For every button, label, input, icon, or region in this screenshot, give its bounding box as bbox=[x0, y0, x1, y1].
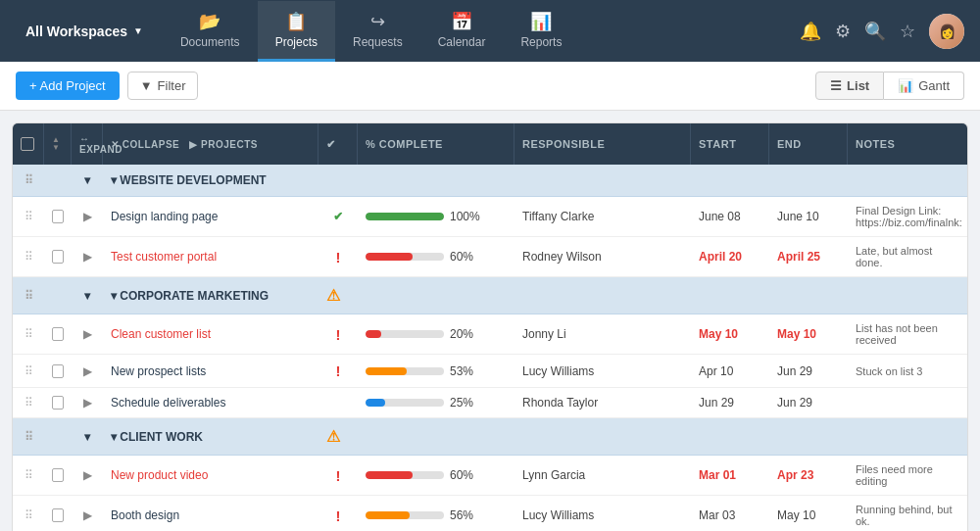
task-drag: ⠿ bbox=[13, 388, 44, 417]
progress-pct: 20% bbox=[450, 327, 473, 341]
task-expand[interactable]: ▶ bbox=[72, 202, 103, 231]
task-start: June 08 bbox=[691, 202, 769, 231]
group-row-client-work[interactable]: ⠿ ▾ ▾ CLIENT WORK ⚠ bbox=[13, 418, 967, 456]
task-checkbox-wrap[interactable] bbox=[44, 202, 72, 231]
search-icon[interactable]: 🔍 bbox=[864, 21, 886, 42]
task-checkbox[interactable] bbox=[52, 210, 64, 223]
task-checkbox-wrap[interactable] bbox=[44, 319, 72, 349]
progress-fill bbox=[366, 471, 413, 479]
task-responsible: Tiffany Clarke bbox=[514, 202, 691, 231]
task-status: ! bbox=[318, 241, 358, 273]
table-row: ⠿ ▶ Clean customer list ! 20% Jonny Li M… bbox=[13, 314, 967, 355]
task-checkbox-wrap[interactable] bbox=[44, 357, 72, 386]
task-checkbox-wrap[interactable] bbox=[44, 460, 72, 490]
col-end: END bbox=[769, 123, 848, 165]
task-responsible: Rhonda Taylor bbox=[514, 388, 691, 417]
task-name[interactable]: Schedule deliverables bbox=[103, 388, 318, 417]
task-checkbox[interactable] bbox=[52, 508, 64, 522]
task-start: May 10 bbox=[691, 319, 769, 349]
task-status: ✔ bbox=[318, 202, 358, 231]
task-responsible: Rodney Wilson bbox=[514, 242, 691, 271]
nav-item-requests[interactable]: ↪ Requests bbox=[335, 1, 420, 62]
progress-pct: 25% bbox=[450, 396, 473, 410]
task-notes: List has not been received bbox=[848, 314, 967, 354]
chevron-down-icon: ▼ bbox=[133, 25, 143, 36]
nav-item-projects[interactable]: 📋 Projects bbox=[258, 1, 335, 62]
group-empty2 bbox=[514, 287, 691, 305]
group-expand-icon[interactable]: ▾ bbox=[72, 421, 103, 453]
gantt-icon: 📊 bbox=[898, 78, 913, 93]
task-status bbox=[318, 395, 358, 410]
notification-icon[interactable]: 🔔 bbox=[800, 21, 821, 42]
nav-item-reports[interactable]: 📊 Reports bbox=[503, 1, 579, 62]
group-expand-icon[interactable]: ▾ bbox=[72, 280, 103, 312]
group-expand-icon[interactable]: ▾ bbox=[72, 165, 103, 196]
task-expand[interactable]: ▶ bbox=[72, 242, 103, 271]
task-expand[interactable]: ▶ bbox=[72, 501, 103, 530]
task-expand[interactable]: ▶ bbox=[72, 388, 103, 417]
task-expand[interactable]: ▶ bbox=[72, 319, 103, 349]
progress-bar bbox=[366, 330, 444, 338]
group-row-corporate-marketing[interactable]: ⠿ ▾ ▾ CORPORATE MARKETING ⚠ bbox=[13, 277, 967, 314]
task-checkbox[interactable] bbox=[52, 327, 64, 341]
workspace-selector[interactable]: All Workspaces ▼ bbox=[16, 18, 153, 45]
progress-bar bbox=[366, 213, 444, 220]
task-checkbox-wrap[interactable] bbox=[44, 388, 72, 417]
progress-fill bbox=[366, 253, 413, 261]
task-expand[interactable]: ▶ bbox=[72, 460, 103, 490]
add-project-button[interactable]: + Add Project bbox=[16, 72, 120, 100]
view-list-button[interactable]: ☰ List bbox=[815, 72, 884, 100]
task-checkbox-wrap[interactable] bbox=[44, 242, 72, 271]
task-end: Jun 29 bbox=[769, 388, 848, 417]
star-icon[interactable]: ☆ bbox=[900, 21, 915, 42]
progress-bar bbox=[366, 471, 444, 479]
task-name[interactable]: Booth design bbox=[103, 501, 318, 530]
col-start: START bbox=[691, 123, 769, 165]
documents-icon: 📂 bbox=[199, 11, 220, 32]
task-name[interactable]: Test customer portal bbox=[103, 242, 318, 271]
progress-bar bbox=[366, 399, 444, 407]
projects-label: Projects bbox=[275, 35, 318, 49]
task-checkbox-wrap[interactable] bbox=[44, 501, 72, 530]
filter-button[interactable]: ▼ Filter bbox=[127, 72, 199, 100]
task-name[interactable]: Clean customer list bbox=[103, 319, 318, 349]
projects-icon: 📋 bbox=[285, 11, 307, 32]
task-notes: Files need more editing bbox=[848, 456, 967, 495]
toolbar-right: ☰ List 📊 Gantt bbox=[815, 72, 964, 100]
col-check: ✔ bbox=[318, 123, 358, 165]
task-checkbox[interactable] bbox=[52, 364, 64, 378]
task-checkbox[interactable] bbox=[52, 250, 64, 264]
user-avatar[interactable]: 👩 bbox=[929, 14, 964, 49]
nav-item-documents[interactable]: 📂 Documents bbox=[163, 1, 258, 62]
table-header: ▲▼ ↔ Expand ✕ Collapse ▶ Projects ✔ % CO… bbox=[13, 123, 967, 165]
progress-bar-wrap: 25% bbox=[366, 396, 473, 410]
view-gantt-label: Gantt bbox=[918, 78, 950, 93]
group-empty3 bbox=[691, 428, 769, 446]
settings-icon[interactable]: ⚙ bbox=[835, 21, 851, 42]
task-checkbox[interactable] bbox=[52, 468, 64, 482]
top-navigation: All Workspaces ▼ 📂 Documents 📋 Projects … bbox=[0, 0, 980, 62]
group-sort bbox=[44, 428, 72, 446]
select-all-checkbox[interactable] bbox=[21, 137, 34, 151]
progress-bar-wrap: 60% bbox=[366, 250, 473, 264]
task-end: June 10 bbox=[769, 202, 848, 231]
progress-bar-wrap: 60% bbox=[366, 468, 473, 482]
task-checkbox[interactable] bbox=[52, 396, 64, 410]
col-checkbox[interactable] bbox=[13, 123, 44, 165]
group-name-corporate-marketing: ▾ CORPORATE MARKETING bbox=[103, 280, 318, 312]
nav-right: 🔔 ⚙ 🔍 ☆ 👩 bbox=[800, 14, 964, 49]
task-expand[interactable]: ▶ bbox=[72, 357, 103, 386]
group-warning-corporate-marketing: ⚠ bbox=[318, 277, 358, 314]
toolbar-left: + Add Project ▼ Filter bbox=[16, 72, 198, 100]
task-name[interactable]: New prospect lists bbox=[103, 357, 318, 386]
task-notes: Stuck on list 3 bbox=[848, 358, 967, 385]
view-gantt-button[interactable]: 📊 Gantt bbox=[884, 72, 964, 100]
task-name[interactable]: Design landing page bbox=[103, 202, 318, 231]
group-empty5 bbox=[848, 171, 967, 189]
group-row-website-dev[interactable]: ⠿ ▾ ▾ WEBSITE DEVELOPMENT bbox=[13, 165, 967, 197]
nav-item-calendar[interactable]: 📅 Calendar bbox=[420, 1, 504, 62]
projects-table: ▲▼ ↔ Expand ✕ Collapse ▶ Projects ✔ % CO… bbox=[12, 122, 968, 531]
task-name[interactable]: New product video bbox=[103, 460, 318, 490]
requests-label: Requests bbox=[353, 35, 403, 49]
task-status: ! bbox=[318, 459, 358, 492]
